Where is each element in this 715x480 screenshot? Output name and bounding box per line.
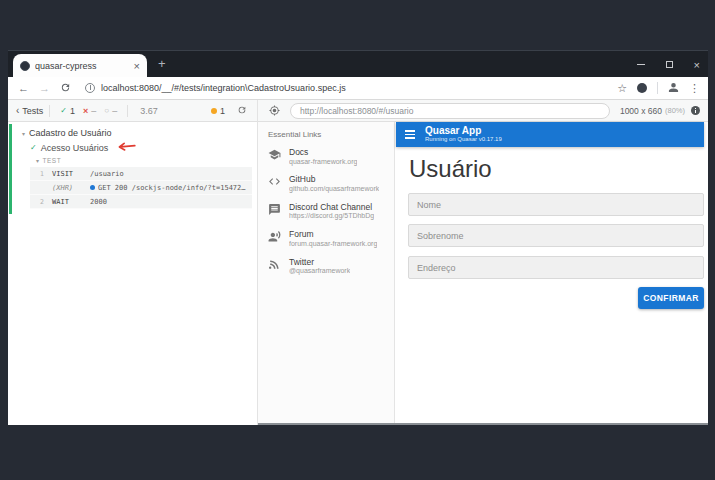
section-label: TEST — [43, 157, 62, 164]
circle-icon: ○ — [104, 106, 109, 115]
voice-icon — [268, 230, 281, 243]
drawer-item-title: Discord Chat Channel — [289, 202, 374, 213]
back-to-tests-label: Tests — [22, 106, 43, 116]
command-number: 2 — [30, 198, 44, 206]
badge-count: 1 — [220, 106, 225, 116]
chrome-menu-icon[interactable]: ⋮ — [689, 82, 700, 95]
browser-tab[interactable]: quasar-cypress × — [13, 54, 147, 78]
school-icon — [268, 148, 281, 161]
drawer-item-docs[interactable]: Docs quasar-framework.org — [258, 143, 394, 170]
profile-avatar-icon[interactable] — [668, 82, 679, 95]
address-bar: ← → localhost:8080/__/#/tests/integratio… — [8, 77, 708, 100]
pending-stat: ○ – — [104, 106, 117, 116]
drawer-header: Essential Links — [258, 122, 394, 143]
chat-icon — [268, 203, 281, 216]
app-header: Quasar App Running on Quasar v0.17.19 — [396, 122, 704, 147]
command-message: 2000 — [90, 198, 252, 206]
failed-stat: × – — [83, 106, 96, 116]
test-passed-strip — [9, 124, 12, 214]
chevron-left-icon: ‹ — [16, 105, 19, 116]
drawer-item-github[interactable]: GitHub github.com/quasarframework — [258, 170, 394, 197]
drawer-item-caption: github.com/quasarframework — [289, 185, 379, 194]
hamburger-menu-icon[interactable] — [405, 130, 415, 139]
nome-field[interactable]: Nome — [408, 193, 704, 216]
drawer-item-caption: @quasarframework — [289, 267, 350, 276]
drawer-item-title: Twitter — [289, 257, 350, 268]
reload-icon[interactable] — [60, 82, 71, 95]
tab-close-icon[interactable]: × — [134, 61, 140, 71]
rerun-tests-icon[interactable] — [237, 105, 247, 117]
command-message: /usuario — [90, 170, 252, 178]
reporter-toolbar: ‹ Tests ✓ 1 × – ○ – 3.67 1 — [8, 100, 258, 122]
tab-title: quasar-cypress — [35, 61, 134, 71]
status-badge: 1 — [211, 106, 225, 116]
command-row[interactable]: 2 WAIT 2000 — [30, 195, 252, 209]
divider — [127, 105, 128, 117]
app-subtitle: Running on Quasar v0.17.19 — [425, 136, 502, 143]
passed-count: 1 — [70, 106, 75, 116]
divider — [49, 105, 50, 117]
selector-playground-icon[interactable] — [269, 102, 280, 120]
new-tab-button[interactable]: + — [158, 56, 166, 71]
caret-down-icon: ▾ — [22, 130, 25, 137]
viewport-scale: (80%) — [665, 106, 685, 115]
viewport-size: 1000 x 660 — [620, 106, 662, 116]
browser-titlebar: quasar-cypress × + × — [8, 50, 708, 77]
check-icon: ✓ — [60, 106, 67, 115]
command-name: (XHR) — [44, 184, 90, 192]
drawer-item-title: Docs — [289, 147, 357, 158]
rss-icon — [268, 258, 281, 271]
drawer-item-discord[interactable]: Discord Chat Channel https://discord.gg/… — [258, 198, 394, 225]
test-section-row[interactable]: ▾ TEST — [8, 153, 257, 164]
confirmar-button[interactable]: CONFIRMAR — [638, 287, 704, 309]
drawer-item-caption: quasar-framework.org — [289, 158, 357, 167]
cross-icon: × — [83, 106, 88, 116]
yellow-dot-icon — [211, 108, 217, 114]
drawer-item-forum[interactable]: Forum forum.quasar-framework.org — [258, 225, 394, 252]
test-row[interactable]: ✓ Acesso Usuários — [8, 138, 257, 153]
duration-value: 3.67 — [140, 106, 158, 116]
code-icon — [268, 175, 281, 188]
url-text[interactable]: localhost:8080/__/#/tests/integration\Ca… — [101, 83, 617, 93]
command-row[interactable]: 1 VISIT /usuario — [30, 167, 252, 181]
xhr-route-dot-icon — [90, 185, 95, 190]
window-close-icon[interactable]: × — [694, 60, 700, 70]
caret-down-icon: ▾ — [36, 157, 40, 164]
command-name: VISIT — [44, 170, 90, 178]
page-title: Usuário — [409, 155, 492, 183]
app-drawer: Essential Links Docs quasar-framework.or… — [258, 122, 395, 423]
browser-window: quasar-cypress × + × ← → localhost:8080/… — [8, 50, 708, 425]
sobrenome-field[interactable]: Sobrenome — [408, 224, 704, 247]
reporter-panel: ▾ Cadastro de Usuário ✓ Acesso Usuários … — [8, 122, 258, 425]
cypress-favicon-icon — [20, 61, 30, 71]
command-message: GET 200 /sockjs-node/info/?t=1547220225… — [98, 184, 252, 192]
drawer-item-twitter[interactable]: Twitter @quasarframework — [258, 253, 394, 280]
drawer-item-caption: https://discord.gg/5TDhbDg — [289, 212, 374, 221]
page-info-icon[interactable] — [85, 83, 95, 93]
divider — [657, 82, 658, 94]
test-title: Acesso Usuários — [41, 143, 109, 153]
command-number: 1 — [30, 170, 44, 178]
back-to-tests-button[interactable]: ‹ Tests — [16, 105, 43, 116]
passed-stat: ✓ 1 — [60, 106, 75, 116]
endereco-field-label: Endereço — [417, 263, 456, 273]
drawer-item-title: GitHub — [289, 174, 379, 185]
viewport-info-icon[interactable] — [691, 106, 700, 115]
back-icon[interactable]: ← — [18, 82, 29, 94]
extension-icon[interactable] — [637, 83, 647, 93]
bookmark-star-icon[interactable]: ☆ — [617, 82, 627, 95]
sobrenome-field-label: Sobrenome — [417, 231, 464, 241]
endereco-field[interactable]: Endereço — [408, 256, 704, 279]
window-maximize-icon[interactable] — [666, 61, 673, 68]
aut-url-input[interactable]: http://localhost:8080/#/usuario — [290, 103, 610, 119]
command-row[interactable]: (XHR) GET 200 /sockjs-node/info/?t=15472… — [30, 181, 252, 195]
red-arrow-annotation-icon — [115, 141, 137, 154]
forward-icon[interactable]: → — [39, 82, 50, 94]
window-minimize-icon[interactable] — [637, 64, 645, 65]
drawer-item-caption: forum.quasar-framework.org — [289, 240, 377, 249]
failed-count: – — [91, 106, 96, 116]
app-main: Quasar App Running on Quasar v0.17.19 Us… — [396, 122, 708, 423]
app-title: Quasar App — [425, 125, 502, 136]
suite-title: Cadastro de Usuário — [29, 128, 112, 138]
suite-row[interactable]: ▾ Cadastro de Usuário — [8, 122, 257, 138]
